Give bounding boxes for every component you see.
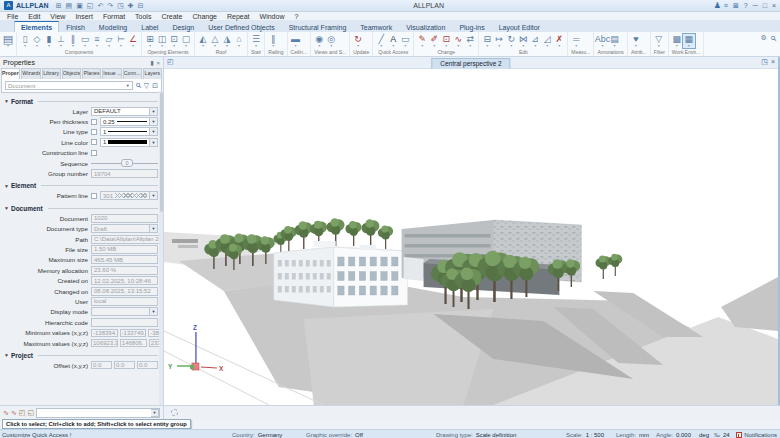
smart-window-icon[interactable]: ⊡▾ bbox=[168, 34, 180, 48]
foundation-icon[interactable]: ⊥▾ bbox=[55, 34, 67, 48]
tab-label[interactable]: Label bbox=[134, 21, 165, 32]
maximize-icon[interactable]: □ bbox=[763, 2, 767, 9]
edit-pen-icon[interactable]: ✎▾ bbox=[416, 34, 428, 48]
customize-quick-access[interactable]: Customize Quick Access ! bbox=[2, 431, 71, 438]
upstand-icon[interactable]: ◇▾ bbox=[31, 34, 43, 48]
menu-view[interactable]: View bbox=[45, 12, 70, 21]
search-input[interactable]: Document ▼ bbox=[5, 81, 133, 90]
notifications[interactable]: Notifications bbox=[736, 431, 777, 438]
resize-icon[interactable]: ◿▾ bbox=[541, 34, 553, 48]
view-icon[interactable]: ◉▾ bbox=[313, 34, 325, 48]
column-icon[interactable]: ▮▾ bbox=[43, 34, 55, 48]
line-type-checkbox[interactable] bbox=[91, 129, 97, 135]
plus-icon[interactable]: ✚ bbox=[128, 1, 134, 11]
tab-layout-editor[interactable]: Layout Editor bbox=[492, 21, 547, 32]
slider-handle[interactable]: 0 bbox=[121, 159, 133, 167]
panel-tab-planes[interactable]: Planes bbox=[82, 68, 101, 79]
attributes-icon[interactable]: ♥▾ bbox=[630, 34, 642, 48]
section-icon[interactable]: ◎▾ bbox=[325, 34, 337, 48]
3d-scene[interactable]: Z Y X bbox=[164, 69, 778, 405]
menu-file[interactable]: File bbox=[2, 12, 23, 21]
move-icon[interactable]: ↦▾ bbox=[493, 34, 505, 48]
close-icon[interactable]: × bbox=[156, 60, 160, 66]
niche-icon[interactable]: ◫▾ bbox=[156, 34, 168, 48]
window-icon[interactable]: ⊞▾ bbox=[144, 34, 156, 48]
tab-visualization[interactable]: Visualization bbox=[399, 21, 452, 32]
clipboard-icon[interactable]: ◱ bbox=[27, 407, 34, 419]
layer-field[interactable]: DEFAULT bbox=[91, 107, 150, 116]
chevron-down-icon[interactable]: ▼ bbox=[151, 409, 159, 417]
chevron-down-icon[interactable]: ▼ bbox=[150, 117, 158, 126]
railing-icon[interactable]: ∥▾ bbox=[267, 34, 279, 48]
panel-scrollbar[interactable] bbox=[159, 91, 163, 405]
section-format[interactable]: ▼Format bbox=[4, 97, 158, 105]
delete-icon[interactable]: ✗▾ bbox=[553, 34, 565, 48]
opening-icon[interactable]: ▢▾ bbox=[180, 34, 192, 48]
save-icon[interactable]: ▣ bbox=[76, 1, 83, 11]
gear-icon[interactable]: ⚙ bbox=[761, 34, 767, 43]
wall-icon[interactable]: ▯▾ bbox=[19, 34, 31, 48]
redo-icon[interactable]: ↷ bbox=[107, 1, 113, 11]
menu-format[interactable]: Format bbox=[98, 12, 130, 21]
chevron-down-icon[interactable]: ▼ bbox=[150, 107, 158, 116]
menu-tools[interactable]: Tools bbox=[130, 12, 156, 21]
search-icon[interactable]: ⚲ bbox=[133, 81, 143, 91]
construction-line-checkbox[interactable] bbox=[91, 150, 97, 156]
edit-points-icon[interactable]: ⊡▾ bbox=[440, 34, 452, 48]
tab-teamwork[interactable]: Teamwork bbox=[353, 21, 399, 32]
tab-elements[interactable]: Elements bbox=[14, 21, 59, 32]
list-icon[interactable]: ≡ bbox=[724, 2, 728, 9]
match-select-icon[interactable]: ∿ bbox=[3, 407, 9, 419]
tab-structural-framing[interactable]: Structural Framing bbox=[282, 21, 354, 32]
chevron-down-icon[interactable]: ▼ bbox=[150, 138, 158, 147]
roof-covering-icon[interactable]: ◮▾ bbox=[221, 34, 233, 48]
section-project[interactable]: ▼Project bbox=[4, 351, 158, 359]
section-element[interactable]: ▼Element bbox=[4, 182, 158, 190]
ceiling-icon[interactable]: ▬▾ bbox=[290, 34, 302, 48]
panel-tab-objects[interactable]: Objects bbox=[62, 68, 81, 79]
slab-icon[interactable]: ▱▾ bbox=[103, 34, 115, 48]
beam-icon[interactable]: ▭▾ bbox=[79, 34, 91, 48]
close-icon[interactable]: × bbox=[772, 2, 776, 9]
menu-window[interactable]: Window bbox=[255, 12, 290, 21]
panel-tab-issue[interactable]: Issue ... bbox=[102, 68, 121, 79]
line-color-field[interactable]: 1 bbox=[100, 138, 150, 147]
pin-icon[interactable]: ✐▾ bbox=[428, 34, 440, 48]
menu-edit[interactable]: Edit bbox=[23, 12, 45, 21]
measure-icon[interactable]: ═▾ bbox=[570, 34, 582, 48]
tab-finish[interactable]: Finish bbox=[59, 21, 92, 32]
modify-line-icon[interactable]: ∿▾ bbox=[452, 34, 464, 48]
dialog-combo-input[interactable]: ▼ bbox=[36, 408, 160, 418]
help-icon[interactable]: ? bbox=[744, 2, 748, 9]
status-drawing-type[interactable]: Drawing type:Scale definition bbox=[436, 431, 516, 438]
menu-repeat[interactable]: Repeat bbox=[222, 12, 255, 21]
copy-icon[interactable]: ⊟▾ bbox=[481, 34, 493, 48]
status-country[interactable]: Country:Germany bbox=[232, 431, 282, 438]
menu-insert[interactable]: Insert bbox=[70, 12, 98, 21]
mirror-icon[interactable]: ⋈▾ bbox=[517, 34, 529, 48]
text-icon[interactable]: A▾ bbox=[387, 34, 399, 48]
close-viewport-icon[interactable]: × bbox=[771, 58, 775, 66]
pen-thickness-checkbox[interactable] bbox=[91, 119, 97, 125]
line-color-checkbox[interactable] bbox=[91, 139, 97, 145]
panel-tab-library[interactable]: Library bbox=[42, 68, 61, 79]
chevron-down-icon[interactable]: ▼ bbox=[126, 83, 130, 88]
pattern-line-checkbox[interactable] bbox=[91, 193, 97, 199]
stair-icon[interactable]: ☰▾ bbox=[250, 34, 262, 48]
panel-tab-wizards[interactable]: Wizards bbox=[21, 68, 40, 79]
menu-create[interactable]: Create bbox=[156, 12, 187, 21]
stretch-entities-icon[interactable]: ⇄▾ bbox=[464, 34, 476, 48]
section-document[interactable]: ▼Document bbox=[4, 204, 158, 212]
boxes-icon[interactable]: ⊟ bbox=[138, 1, 144, 11]
line-icon[interactable]: ╱▾ bbox=[375, 34, 387, 48]
status-graphic-override[interactable]: Graphic override:Off bbox=[306, 431, 363, 438]
cart-icon[interactable]: ⊠ bbox=[733, 2, 739, 10]
filter-icon[interactable]: ▽ bbox=[144, 81, 149, 90]
roof-plane-icon[interactable]: ◭▾ bbox=[197, 34, 209, 48]
tab-design[interactable]: Design bbox=[165, 21, 201, 32]
menu-change[interactable]: Change bbox=[187, 12, 222, 21]
match-add-icon[interactable]: ∿ bbox=[11, 407, 17, 419]
window-new-icon[interactable]: ◳ bbox=[117, 1, 124, 11]
pin-icon[interactable]: ▮ bbox=[150, 59, 153, 66]
chevron-down-icon[interactable]: ▼ bbox=[150, 127, 158, 136]
